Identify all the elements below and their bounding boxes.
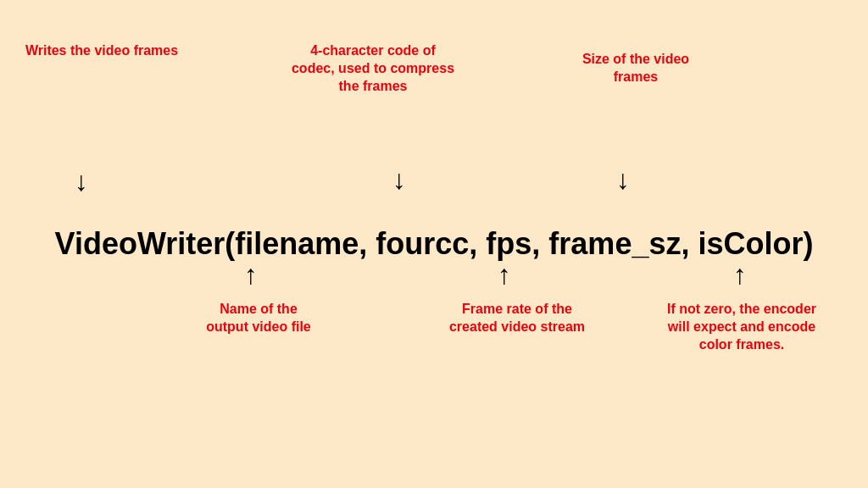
annotation-color: If not zero, the encoderwill expect and … xyxy=(644,301,839,353)
arrow-color-up: ↑ xyxy=(733,261,747,288)
writes-video-label: Writes the video frames xyxy=(25,43,178,58)
annotation-writes-video: Writes the video frames xyxy=(8,42,195,60)
annotation-fourcc: 4-character code ofcodec, used to compre… xyxy=(280,42,466,95)
output-file-label: Name of theoutput video file xyxy=(206,302,311,334)
main-function-text: VideoWriter(filename, fourcc, fps, frame… xyxy=(55,227,814,261)
annotation-fps: Frame rate of thecreated video stream xyxy=(420,301,615,336)
arrow-fps-up: ↑ xyxy=(498,261,511,288)
arrow-fourcc-down: ↓ xyxy=(392,166,406,193)
color-label: If not zero, the encoderwill expect and … xyxy=(667,302,816,352)
annotation-output-file: Name of theoutput video file xyxy=(174,301,343,336)
arrow-size-down: ↓ xyxy=(616,166,630,193)
size-label: Size of the videoframes xyxy=(582,52,689,84)
main-container: Writes the video frames 4-character code… xyxy=(0,0,868,488)
annotation-size: Size of the videoframes xyxy=(551,51,721,86)
arrow-output-up: ↑ xyxy=(244,261,258,288)
arrow-writes-down: ↓ xyxy=(75,168,88,195)
fps-label: Frame rate of thecreated video stream xyxy=(449,302,585,334)
fourcc-label: 4-character code ofcodec, used to compre… xyxy=(292,43,454,93)
